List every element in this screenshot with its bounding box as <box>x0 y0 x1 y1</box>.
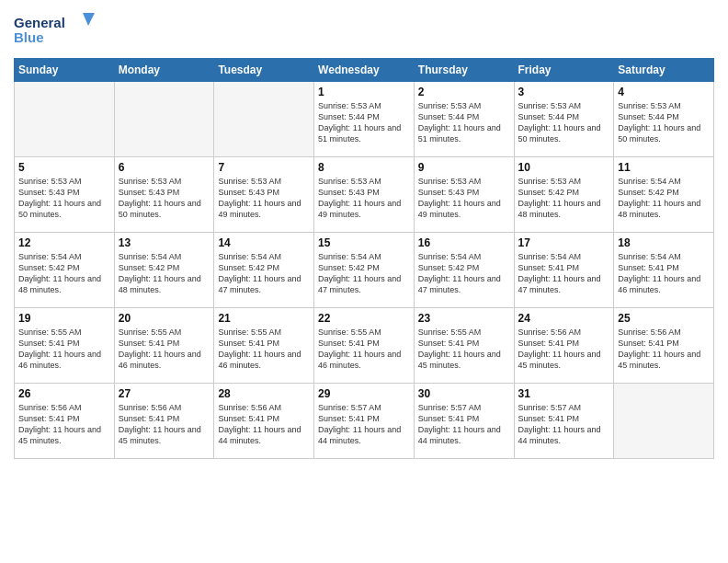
week-row-1: 1Sunrise: 5:53 AMSunset: 5:44 PMDaylight… <box>15 82 714 157</box>
svg-text:General: General <box>14 15 65 30</box>
calendar-cell: 26Sunrise: 5:56 AMSunset: 5:41 PMDayligh… <box>15 384 115 459</box>
day-header-wednesday: Wednesday <box>314 59 415 82</box>
cell-info: Sunrise: 5:56 AMSunset: 5:41 PMDaylight:… <box>218 402 310 447</box>
week-row-3: 12Sunrise: 5:54 AMSunset: 5:42 PMDayligh… <box>15 233 714 308</box>
calendar-cell: 23Sunrise: 5:55 AMSunset: 5:41 PMDayligh… <box>414 308 514 384</box>
day-number: 5 <box>18 161 110 174</box>
day-number: 6 <box>119 161 210 174</box>
cell-info: Sunrise: 5:53 AMSunset: 5:43 PMDaylight:… <box>418 176 510 221</box>
cell-info: Sunrise: 5:53 AMSunset: 5:43 PMDaylight:… <box>218 176 310 221</box>
day-number: 23 <box>418 312 510 325</box>
svg-marker-2 <box>83 13 95 26</box>
calendar-cell: 30Sunrise: 5:57 AMSunset: 5:41 PMDayligh… <box>414 384 514 459</box>
calendar-cell: 17Sunrise: 5:54 AMSunset: 5:41 PMDayligh… <box>514 233 614 308</box>
calendar-cell: 13Sunrise: 5:54 AMSunset: 5:42 PMDayligh… <box>114 233 214 308</box>
day-number: 21 <box>218 312 310 325</box>
day-number: 12 <box>18 236 110 249</box>
cell-info: Sunrise: 5:57 AMSunset: 5:41 PMDaylight:… <box>418 402 510 447</box>
cell-info: Sunrise: 5:55 AMSunset: 5:41 PMDaylight:… <box>318 327 410 372</box>
day-number: 13 <box>119 236 210 249</box>
calendar-cell <box>15 82 115 157</box>
calendar-cell: 19Sunrise: 5:55 AMSunset: 5:41 PMDayligh… <box>15 308 115 384</box>
svg-text:Blue: Blue <box>14 29 44 45</box>
calendar-cell: 29Sunrise: 5:57 AMSunset: 5:41 PMDayligh… <box>314 384 415 459</box>
calendar-cell: 21Sunrise: 5:55 AMSunset: 5:41 PMDayligh… <box>214 308 314 384</box>
day-number: 25 <box>618 312 710 325</box>
day-header-thursday: Thursday <box>414 59 514 82</box>
header: General Blue <box>14 9 714 51</box>
calendar-cell: 15Sunrise: 5:54 AMSunset: 5:42 PMDayligh… <box>314 233 415 308</box>
cell-info: Sunrise: 5:53 AMSunset: 5:42 PMDaylight:… <box>518 176 610 221</box>
week-row-4: 19Sunrise: 5:55 AMSunset: 5:41 PMDayligh… <box>15 308 714 384</box>
cell-info: Sunrise: 5:53 AMSunset: 5:43 PMDaylight:… <box>318 176 410 221</box>
day-number: 26 <box>18 387 110 400</box>
day-number: 30 <box>418 387 510 400</box>
day-header-sunday: Sunday <box>15 59 115 82</box>
day-number: 24 <box>518 312 610 325</box>
cell-info: Sunrise: 5:53 AMSunset: 5:44 PMDaylight:… <box>518 100 610 145</box>
day-header-saturday: Saturday <box>614 59 714 82</box>
calendar-cell: 5Sunrise: 5:53 AMSunset: 5:43 PMDaylight… <box>15 157 115 233</box>
cell-info: Sunrise: 5:56 AMSunset: 5:41 PMDaylight:… <box>119 402 210 447</box>
calendar-cell: 14Sunrise: 5:54 AMSunset: 5:42 PMDayligh… <box>214 233 314 308</box>
calendar-cell: 12Sunrise: 5:54 AMSunset: 5:42 PMDayligh… <box>15 233 115 308</box>
cell-info: Sunrise: 5:53 AMSunset: 5:44 PMDaylight:… <box>418 100 510 145</box>
logo: General Blue <box>14 9 97 51</box>
day-header-monday: Monday <box>114 59 214 82</box>
cell-info: Sunrise: 5:54 AMSunset: 5:42 PMDaylight:… <box>618 176 710 221</box>
cell-info: Sunrise: 5:54 AMSunset: 5:42 PMDaylight:… <box>218 251 310 296</box>
cell-info: Sunrise: 5:54 AMSunset: 5:42 PMDaylight:… <box>119 251 210 296</box>
calendar-cell: 20Sunrise: 5:55 AMSunset: 5:41 PMDayligh… <box>114 308 214 384</box>
calendar-cell: 28Sunrise: 5:56 AMSunset: 5:41 PMDayligh… <box>214 384 314 459</box>
week-row-2: 5Sunrise: 5:53 AMSunset: 5:43 PMDaylight… <box>15 157 714 233</box>
day-number: 3 <box>518 86 610 98</box>
calendar-page: General Blue SundayMondayTuesdayWednesda… <box>0 0 728 563</box>
day-number: 28 <box>218 387 310 400</box>
cell-info: Sunrise: 5:55 AMSunset: 5:41 PMDaylight:… <box>119 327 210 372</box>
calendar-table: SundayMondayTuesdayWednesdayThursdayFrid… <box>14 58 714 459</box>
day-header-friday: Friday <box>514 59 614 82</box>
calendar-cell: 8Sunrise: 5:53 AMSunset: 5:43 PMDaylight… <box>314 157 415 233</box>
cell-info: Sunrise: 5:54 AMSunset: 5:42 PMDaylight:… <box>418 251 510 296</box>
calendar-cell: 4Sunrise: 5:53 AMSunset: 5:44 PMDaylight… <box>614 82 714 157</box>
calendar-cell: 24Sunrise: 5:56 AMSunset: 5:41 PMDayligh… <box>514 308 614 384</box>
calendar-cell: 1Sunrise: 5:53 AMSunset: 5:44 PMDaylight… <box>314 82 415 157</box>
calendar-cell: 22Sunrise: 5:55 AMSunset: 5:41 PMDayligh… <box>314 308 415 384</box>
cell-info: Sunrise: 5:56 AMSunset: 5:41 PMDaylight:… <box>618 327 710 372</box>
cell-info: Sunrise: 5:55 AMSunset: 5:41 PMDaylight:… <box>218 327 310 372</box>
cell-info: Sunrise: 5:57 AMSunset: 5:41 PMDaylight:… <box>318 402 410 447</box>
day-number: 17 <box>518 236 610 249</box>
day-number: 29 <box>318 387 410 400</box>
week-row-5: 26Sunrise: 5:56 AMSunset: 5:41 PMDayligh… <box>15 384 714 459</box>
calendar-body: 1Sunrise: 5:53 AMSunset: 5:44 PMDaylight… <box>15 82 714 459</box>
day-number: 15 <box>318 236 410 249</box>
calendar-cell: 31Sunrise: 5:57 AMSunset: 5:41 PMDayligh… <box>514 384 614 459</box>
calendar-cell <box>214 82 314 157</box>
calendar-cell: 2Sunrise: 5:53 AMSunset: 5:44 PMDaylight… <box>414 82 514 157</box>
day-number: 10 <box>518 161 610 174</box>
day-number: 2 <box>418 86 510 98</box>
cell-info: Sunrise: 5:54 AMSunset: 5:41 PMDaylight:… <box>618 251 710 296</box>
day-number: 31 <box>518 387 610 400</box>
logo-svg: General Blue <box>14 9 97 51</box>
day-number: 9 <box>418 161 510 174</box>
calendar-cell: 7Sunrise: 5:53 AMSunset: 5:43 PMDaylight… <box>214 157 314 233</box>
calendar-cell <box>114 82 214 157</box>
day-number: 7 <box>218 161 310 174</box>
calendar-cell: 3Sunrise: 5:53 AMSunset: 5:44 PMDaylight… <box>514 82 614 157</box>
calendar-header-row: SundayMondayTuesdayWednesdayThursdayFrid… <box>15 59 714 82</box>
cell-info: Sunrise: 5:56 AMSunset: 5:41 PMDaylight:… <box>518 327 610 372</box>
calendar-cell: 9Sunrise: 5:53 AMSunset: 5:43 PMDaylight… <box>414 157 514 233</box>
cell-info: Sunrise: 5:53 AMSunset: 5:43 PMDaylight:… <box>119 176 210 221</box>
cell-info: Sunrise: 5:55 AMSunset: 5:41 PMDaylight:… <box>18 327 110 372</box>
cell-info: Sunrise: 5:54 AMSunset: 5:41 PMDaylight:… <box>518 251 610 296</box>
cell-info: Sunrise: 5:57 AMSunset: 5:41 PMDaylight:… <box>518 402 610 447</box>
calendar-cell: 10Sunrise: 5:53 AMSunset: 5:42 PMDayligh… <box>514 157 614 233</box>
day-number: 8 <box>318 161 410 174</box>
cell-info: Sunrise: 5:53 AMSunset: 5:44 PMDaylight:… <box>618 100 710 145</box>
day-number: 16 <box>418 236 510 249</box>
calendar-cell: 25Sunrise: 5:56 AMSunset: 5:41 PMDayligh… <box>614 308 714 384</box>
day-number: 4 <box>618 86 710 98</box>
day-number: 18 <box>618 236 710 249</box>
calendar-cell: 18Sunrise: 5:54 AMSunset: 5:41 PMDayligh… <box>614 233 714 308</box>
